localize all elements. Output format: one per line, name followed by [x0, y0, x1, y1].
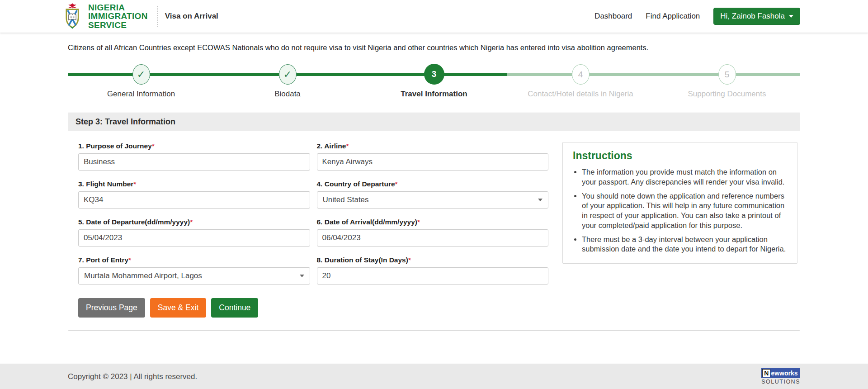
stepper-steps: ✓ General Information ✓ Biodata 3 Travel…	[68, 61, 800, 99]
brand-title-line1: NIGERIA	[88, 3, 148, 12]
progress-stepper: ✓ General Information ✓ Biodata 3 Travel…	[68, 61, 800, 104]
main-content: Citizens of all African Countries except…	[0, 33, 868, 331]
card-title: Step 3: Travel Information	[68, 113, 800, 131]
save-and-exit-button[interactable]: Save & Exit	[150, 298, 206, 318]
copyright-text: Copyright © 2023 | All rights reserved.	[68, 372, 197, 381]
form-buttons: Previous Page Save & Exit Continue	[78, 298, 548, 318]
step3-marker: 3	[424, 64, 444, 85]
required-asterisk: *	[408, 256, 411, 264]
step-travel-information: 3 Travel Information	[361, 61, 507, 99]
instruction-item: There must be a 3-day interval between y…	[582, 235, 786, 255]
brand-title-line2: IMMIGRATION	[88, 12, 148, 20]
nav-link-dashboard[interactable]: Dashboard	[594, 12, 632, 21]
date-of-departure-input[interactable]	[78, 229, 310, 247]
step-supporting-documents: 5 Supporting Documents	[654, 61, 800, 99]
header-divider	[157, 6, 158, 27]
instructions-panel: Instructions The information you provide…	[562, 142, 797, 264]
country-of-departure-label: 4. Country of Departure*	[317, 180, 549, 188]
country-of-departure-value: United States	[323, 195, 369, 204]
date-of-arrival-label-text: 6. Date of Arrival(dd/mm/yyyy)	[317, 218, 418, 226]
brand: NIGERIA IMMIGRATION SERVICE Visa on Arri…	[62, 3, 218, 30]
continue-button[interactable]: Continue	[211, 298, 258, 318]
duration-of-stay-label-text: 8. Duration of Stay(In Days)	[317, 256, 408, 264]
field-port-of-entry: 7. Port of Entry* Murtala Mohammed Airpo…	[78, 256, 310, 285]
duration-of-stay-label: 8. Duration of Stay(In Days)*	[317, 256, 549, 264]
field-flight-number: 3. Flight Number*	[78, 180, 310, 209]
field-duration-of-stay: 8. Duration of Stay(In Days)*	[317, 256, 549, 285]
card-body: 1. Purpose of Journey* 2. Airline* 3. Fl…	[68, 131, 800, 330]
brand-title-line3: SERVICE	[88, 21, 148, 29]
instruction-item: The information you provide must match t…	[582, 167, 786, 187]
airline-label: 2. Airline*	[317, 142, 549, 150]
chevron-down-icon	[538, 199, 542, 201]
required-asterisk: *	[190, 218, 193, 226]
step-contact-hotel-details: 4 Contact/Hotel details in Nigeria	[507, 61, 654, 99]
field-grid: 1. Purpose of Journey* 2. Airline* 3. Fl…	[78, 142, 548, 285]
app-name: Visa on Arrival	[165, 12, 218, 21]
app-header: NIGERIA IMMIGRATION SERVICE Visa on Arri…	[0, 0, 868, 33]
field-airline: 2. Airline*	[317, 142, 549, 171]
field-country-of-departure: 4. Country of Departure* United States	[317, 180, 549, 209]
port-of-entry-select[interactable]: Murtala Mohammed Airport, Lagos	[78, 267, 310, 285]
field-date-of-departure: 5. Date of Departure(dd/mm/yyyy)*	[78, 218, 310, 247]
top-nav: Dashboard Find Application Hi, Zainob Fa…	[594, 8, 800, 25]
flight-number-label-text: 3. Flight Number	[78, 180, 133, 188]
purpose-of-journey-input[interactable]	[78, 153, 310, 171]
field-purpose-of-journey: 1. Purpose of Journey*	[78, 142, 310, 171]
user-menu-button[interactable]: Hi, Zainob Fashola	[713, 8, 800, 25]
chevron-down-icon	[300, 275, 304, 277]
nigeria-immigration-coat-of-arms-icon	[62, 3, 83, 30]
newworks-logo-top: N ewworks	[761, 368, 800, 378]
newworks-logo-sub: SOLUTIONS	[761, 379, 800, 385]
instructions-list: The information you provide must match t…	[572, 167, 786, 254]
port-of-entry-label-text: 7. Port of Entry	[78, 256, 128, 264]
step-general-information: ✓ General Information	[68, 61, 214, 99]
intro-text: Citizens of all African Countries except…	[68, 43, 800, 52]
airline-input[interactable]	[317, 153, 549, 171]
flight-number-input[interactable]	[78, 191, 310, 209]
date-of-arrival-label: 6. Date of Arrival(dd/mm/yyyy)*	[317, 218, 549, 226]
newworks-logo-n: N	[762, 369, 770, 377]
purpose-of-journey-label: 1. Purpose of Journey*	[78, 142, 310, 150]
user-menu-label: Hi, Zainob Fashola	[720, 12, 785, 21]
step1-check-icon: ✓	[132, 64, 150, 85]
newworks-logo-rest: ewworks	[770, 369, 797, 377]
purpose-of-journey-label-text: 1. Purpose of Journey	[78, 142, 152, 150]
step3-label: Travel Information	[401, 90, 467, 99]
step4-marker: 4	[572, 64, 590, 85]
country-of-departure-label-text: 4. Country of Departure	[317, 180, 395, 188]
step2-check-icon: ✓	[279, 64, 297, 85]
step4-label: Contact/Hotel details in Nigeria	[528, 90, 633, 99]
required-asterisk: *	[395, 180, 398, 188]
newworks-solutions-logo: N ewworks SOLUTIONS	[761, 368, 800, 385]
travel-information-form: 1. Purpose of Journey* 2. Airline* 3. Fl…	[78, 142, 548, 318]
step1-label: General Information	[107, 90, 175, 99]
previous-page-button[interactable]: Previous Page	[78, 298, 145, 318]
required-asterisk: *	[417, 218, 420, 226]
date-of-departure-label: 5. Date of Departure(dd/mm/yyyy)*	[78, 218, 310, 226]
caret-down-icon	[789, 15, 793, 18]
date-of-departure-label-text: 5. Date of Departure(dd/mm/yyyy)	[78, 218, 190, 226]
step2-label: Biodata	[274, 90, 301, 99]
nav-link-find-application[interactable]: Find Application	[646, 12, 700, 21]
instruction-item: You should note down the application and…	[582, 191, 786, 231]
required-asterisk: *	[346, 142, 349, 150]
brand-title: NIGERIA IMMIGRATION SERVICE	[88, 3, 148, 29]
duration-of-stay-input[interactable]	[317, 267, 549, 285]
flight-number-label: 3. Flight Number*	[78, 180, 310, 188]
instructions-title: Instructions	[573, 150, 786, 162]
step5-label: Supporting Documents	[688, 90, 766, 99]
travel-information-card: Step 3: Travel Information 1. Purpose of…	[68, 113, 800, 331]
step5-marker: 5	[718, 64, 736, 85]
required-asterisk: *	[133, 180, 136, 188]
date-of-arrival-input[interactable]	[317, 229, 549, 247]
app-footer: Copyright © 2023 | All rights reserved. …	[0, 364, 868, 389]
port-of-entry-value: Murtala Mohammed Airport, Lagos	[84, 271, 202, 280]
airline-label-text: 2. Airline	[317, 142, 346, 150]
country-of-departure-select[interactable]: United States	[317, 191, 549, 209]
port-of-entry-label: 7. Port of Entry*	[78, 256, 310, 264]
step-biodata: ✓ Biodata	[214, 61, 361, 99]
required-asterisk: *	[128, 256, 131, 264]
required-asterisk: *	[152, 142, 155, 150]
field-date-of-arrival: 6. Date of Arrival(dd/mm/yyyy)*	[317, 218, 549, 247]
